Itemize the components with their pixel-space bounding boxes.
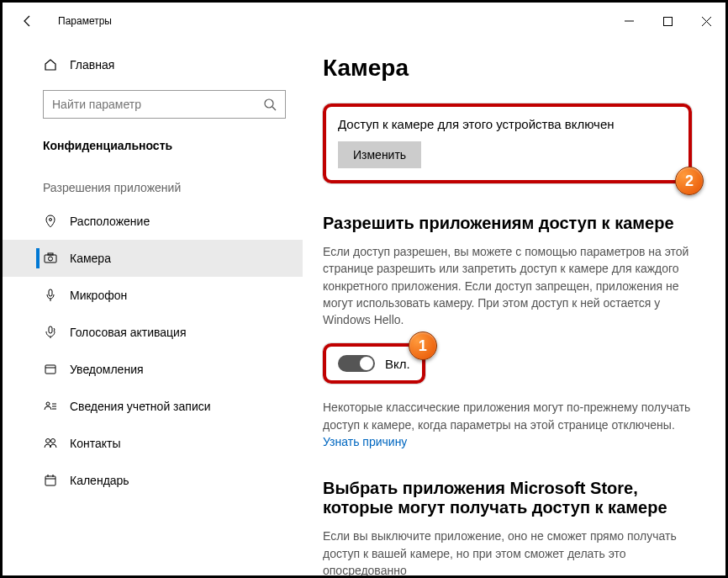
home-nav[interactable]: Главная [3, 48, 303, 82]
window-title: Параметры [58, 15, 112, 27]
svg-rect-1 [663, 17, 672, 25]
learn-why-link[interactable]: Узнать причину [323, 435, 407, 448]
sidebar-item-label: Камера [70, 252, 111, 265]
app-access-title: Разрешить приложениям доступ к камере [323, 214, 692, 233]
microphone-icon [43, 289, 58, 302]
search-box[interactable] [43, 90, 286, 119]
location-icon [43, 215, 58, 228]
svg-line-5 [272, 107, 276, 110]
search-icon [263, 98, 277, 111]
svg-point-4 [265, 99, 273, 108]
settings-window: Параметры Главная [0, 0, 728, 578]
sidebar-item-camera[interactable]: Камера [3, 240, 303, 277]
app-access-toggle-wrap: Вкл. 1 [323, 343, 425, 384]
sidebar-item-label: Контакты [70, 437, 120, 450]
camera-icon [43, 252, 58, 265]
window-body: Главная Конфиденциальность Разрешения пр… [3, 40, 725, 575]
app-access-desc: Если доступ разрешен, вы можете с помощь… [323, 243, 692, 328]
maximize-button[interactable] [648, 3, 687, 40]
sidebar: Главная Конфиденциальность Разрешения пр… [3, 40, 303, 575]
sidebar-item-voice[interactable]: Голосовая активация [3, 314, 303, 351]
home-icon [43, 58, 58, 72]
svg-point-8 [49, 257, 53, 261]
sidebar-item-location[interactable]: Расположение [3, 203, 303, 240]
page-title: Камера [323, 55, 692, 82]
svg-rect-10 [49, 289, 52, 296]
svg-point-6 [50, 219, 52, 221]
svg-rect-12 [49, 326, 52, 333]
svg-rect-9 [48, 253, 53, 255]
home-label: Главная [70, 58, 114, 72]
sidebar-item-label: Расположение [70, 215, 150, 228]
sidebar-item-contacts[interactable]: Контакты [3, 425, 303, 462]
store-apps-title: Выбрать приложения Microsoft Store, кото… [323, 479, 692, 517]
sidebar-item-notifications[interactable]: Уведомления [3, 351, 303, 388]
store-apps-desc: Если вы выключите приложение, оно не смо… [323, 528, 692, 575]
contacts-icon [43, 437, 58, 450]
toggle-label: Вкл. [385, 357, 410, 371]
svg-point-16 [46, 402, 50, 406]
store-apps-section: Выбрать приложения Microsoft Store, кото… [323, 479, 692, 575]
sidebar-item-calendar[interactable]: Календарь [3, 462, 303, 499]
sidebar-item-label: Микрофон [70, 289, 127, 302]
device-access-section: Доступ к камере для этого устройства вкл… [323, 103, 692, 183]
change-button[interactable]: Изменить [338, 141, 421, 168]
svg-point-21 [51, 439, 55, 443]
svg-rect-22 [45, 476, 55, 485]
titlebar: Параметры [3, 3, 725, 40]
minimize-button[interactable] [609, 3, 648, 40]
app-access-toggle[interactable] [338, 355, 375, 372]
note-text: Некоторые классические приложения могут … [323, 400, 690, 431]
app-access-note: Некоторые классические приложения могут … [323, 399, 692, 450]
group-title: Разрешения приложений [3, 162, 303, 203]
svg-rect-14 [45, 365, 55, 374]
close-button[interactable] [687, 3, 725, 40]
sidebar-item-label: Календарь [70, 474, 129, 487]
search-input[interactable] [52, 98, 263, 111]
content-pane: Камера Доступ к камере для этого устройс… [303, 40, 725, 575]
sidebar-item-label: Уведомления [70, 363, 144, 376]
sidebar-item-label: Голосовая активация [70, 326, 187, 339]
annotation-badge-1: 1 [409, 331, 437, 360]
sidebar-item-label: Сведения учетной записи [70, 400, 211, 413]
account-icon [43, 400, 58, 413]
svg-point-20 [46, 439, 50, 443]
device-access-status: Доступ к камере для этого устройства вкл… [338, 117, 677, 131]
back-button[interactable] [19, 13, 36, 29]
notifications-icon [43, 363, 58, 376]
voice-icon [43, 326, 58, 339]
svg-rect-7 [45, 255, 56, 262]
category-title: Конфиденциальность [3, 130, 303, 162]
sidebar-item-account[interactable]: Сведения учетной записи [3, 388, 303, 425]
annotation-badge-2: 2 [675, 167, 704, 195]
sidebar-item-microphone[interactable]: Микрофон [3, 277, 303, 314]
calendar-icon [43, 474, 58, 487]
window-controls [609, 3, 725, 40]
